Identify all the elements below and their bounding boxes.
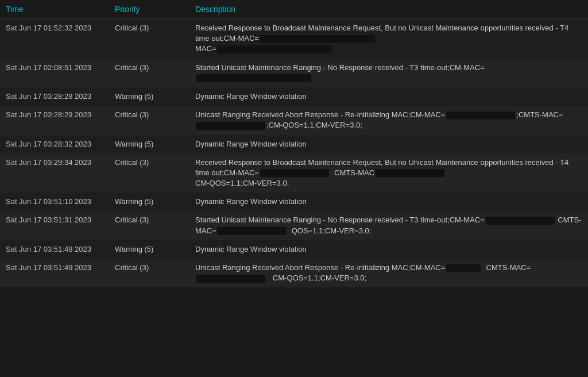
cell-description: Unicast Ranging Received Abort Response … xyxy=(189,259,588,287)
cell-priority: Warning (5) xyxy=(109,240,189,259)
cell-description: Received Response to Broadcast Maintenan… xyxy=(189,153,588,193)
cell-time: Sat Jun 17 01:52:32 2023 xyxy=(0,19,109,59)
cell-time: Sat Jun 17 03:28:29 2023 xyxy=(0,106,109,134)
table-row: Sat Jun 17 03:51:48 2023 Warning (5) Dyn… xyxy=(0,240,588,259)
cell-priority: Warning (5) xyxy=(109,193,189,211)
table-row: Sat Jun 17 03:29:34 2023 Critical (3) Re… xyxy=(0,153,588,193)
cell-time: Sat Jun 17 03:28:28 2023 xyxy=(0,87,109,106)
col-time-header: Time xyxy=(0,0,109,19)
cell-time: Sat Jun 17 02:08:51 2023 xyxy=(0,59,109,87)
cell-priority: Warning (5) xyxy=(109,87,189,106)
cell-priority: Critical (3) xyxy=(109,153,189,193)
table-row: Sat Jun 17 01:52:32 2023 Critical (3) Re… xyxy=(0,19,588,59)
table-row: Sat Jun 17 03:51:31 2023 Critical (3) St… xyxy=(0,211,588,240)
cell-priority: Critical (3) xyxy=(109,259,189,287)
table-row: Sat Jun 17 03:28:28 2023 Warning (5) Dyn… xyxy=(0,87,588,106)
cell-time: Sat Jun 17 03:51:49 2023 xyxy=(0,259,109,287)
cell-time: Sat Jun 17 03:51:48 2023 xyxy=(0,240,109,259)
col-priority-header: Priority xyxy=(109,0,189,19)
cell-description: Unicast Ranging Received Abort Response … xyxy=(189,106,588,134)
col-description-header: Description xyxy=(189,0,588,19)
cell-description: Dynamic Range Window violation xyxy=(189,193,588,211)
cell-description: Received Response to Broadcast Maintenan… xyxy=(189,19,588,59)
table-row: Sat Jun 17 03:28:32 2023 Warning (5) Dyn… xyxy=(0,135,588,153)
cell-time: Sat Jun 17 03:28:32 2023 xyxy=(0,135,109,153)
cell-description: Dynamic Range Window violation xyxy=(189,87,588,106)
table-row: Sat Jun 17 03:28:29 2023 Critical (3) Un… xyxy=(0,106,588,134)
cell-time: Sat Jun 17 03:51:10 2023 xyxy=(0,193,109,211)
cell-priority: Critical (3) xyxy=(109,19,189,59)
cell-priority: Critical (3) xyxy=(109,211,189,240)
cell-description: Started Unicast Maintenance Ranging - No… xyxy=(189,211,588,240)
cell-priority: Critical (3) xyxy=(109,59,189,87)
cell-priority: Critical (3) xyxy=(109,106,189,134)
cell-description: Dynamic Range Window violation xyxy=(189,135,588,153)
table-row: Sat Jun 17 03:51:10 2023 Warning (5) Dyn… xyxy=(0,193,588,211)
table-row: Sat Jun 17 03:51:49 2023 Critical (3) Un… xyxy=(0,259,588,287)
cell-priority: Warning (5) xyxy=(109,135,189,153)
cell-time: Sat Jun 17 03:29:34 2023 xyxy=(0,153,109,193)
cell-description: Started Unicast Maintenance Ranging - No… xyxy=(189,59,588,87)
table-row: Sat Jun 17 02:08:51 2023 Critical (3) St… xyxy=(0,59,588,87)
cell-description: Dynamic Range Window violation xyxy=(189,240,588,259)
cell-time: Sat Jun 17 03:51:31 2023 xyxy=(0,211,109,240)
